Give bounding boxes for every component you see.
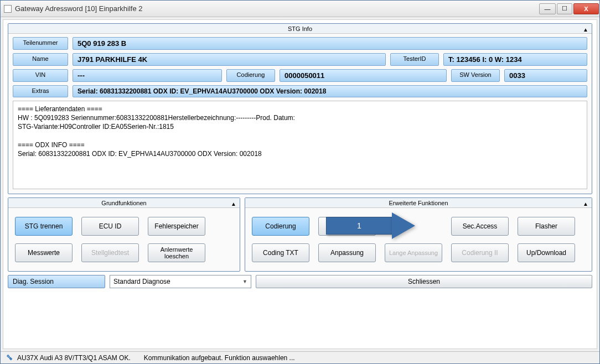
window-icon xyxy=(4,5,12,13)
schliessen-button[interactable]: Schliessen xyxy=(256,275,592,288)
grundfunktionen-header: Grundfunktionen ▲ xyxy=(8,198,240,208)
vin-label: VIN xyxy=(13,69,68,82)
teilenummer-label: Teilenummer xyxy=(13,37,68,50)
teilenummer-value: 5Q0 919 283 B xyxy=(73,37,587,50)
codierung-button[interactable]: Codierung xyxy=(252,217,309,236)
flasher-button[interactable]: Flasher xyxy=(518,217,575,236)
fehlerspeicher-button[interactable]: Fehlerspeicher xyxy=(148,217,205,236)
ecu-id-button[interactable]: ECU ID xyxy=(81,217,139,236)
diag-session-select[interactable]: Standard Diagnose ▼ xyxy=(110,275,251,288)
grundfunktionen-body: STG trennen ECU ID Fehlerspeicher Messwe… xyxy=(8,208,240,271)
status-vehicle-text: AU37X Audi A3 8V/TT3/Q1 ASAM OK. xyxy=(17,354,131,362)
diag-session-value: Standard Diagnose xyxy=(113,278,170,285)
window-title: Gateway Adressword [10] Einparkhilfe 2 xyxy=(15,4,539,13)
collapse-icon[interactable]: ▲ xyxy=(583,25,588,35)
window-controls: — ☐ X xyxy=(539,3,599,14)
vin-value: --- xyxy=(73,69,222,82)
extras-value: Serial: 60831332200881 ODX ID: EV_EPHVA1… xyxy=(73,85,587,97)
close-window-button[interactable]: X xyxy=(573,3,599,14)
messwerte-button[interactable]: Messwerte xyxy=(15,243,73,262)
codierung-value: 0000050011 xyxy=(280,69,447,82)
chevron-down-icon: ▼ xyxy=(242,279,247,284)
codierung-ii-button: Codierung II xyxy=(451,243,509,262)
diag-session-label: Diag. Session xyxy=(8,275,105,288)
status-vehicle: AU37X Audi A3 8V/TT3/Q1 ASAM OK. xyxy=(6,354,131,362)
grundfunktionen-header-label: Grundfunktionen xyxy=(101,200,146,206)
minimize-button[interactable]: — xyxy=(539,3,556,14)
sec-access-button[interactable]: Sec.Access xyxy=(451,217,509,236)
erweiterte-funktionen-panel: Erweiterte Funktionen ▲ Codierung Grund … xyxy=(245,197,592,272)
statusbar: AU37X Audi A3 8V/TT3/Q1 ASAM OK. Kommuni… xyxy=(1,351,599,363)
erweiterte-body: Codierung Grund Sec.Access Flasher Codin… xyxy=(245,208,592,271)
swversion-value: 0033 xyxy=(504,69,587,82)
titlebar: Gateway Adressword [10] Einparkhilfe 2 —… xyxy=(1,1,599,17)
extras-label: Extras xyxy=(13,85,68,97)
app-window: Gateway Adressword [10] Einparkhilfe 2 —… xyxy=(0,0,600,364)
coding-txt-button[interactable]: Coding TXT xyxy=(252,243,309,262)
stg-info-section: STG Info ▲ Teilenummer 5Q0 919 283 B Nam… xyxy=(8,23,592,194)
grund-button[interactable]: Grund xyxy=(318,217,376,236)
erweiterte-header-label: Erweiterte Funktionen xyxy=(389,200,448,206)
details-textbox[interactable]: ==== Lieferantendaten ==== HW : 5Q091928… xyxy=(13,101,587,189)
stg-info-header: STG Info ▲ xyxy=(8,24,592,34)
anlernwerte-loeschen-button[interactable]: Anlernwerte loeschen xyxy=(148,243,205,262)
function-panels: Grundfunktionen ▲ STG trennen ECU ID Feh… xyxy=(8,197,592,272)
grundfunktionen-panel: Grundfunktionen ▲ STG trennen ECU ID Feh… xyxy=(8,197,240,272)
testerid-value: T: 123456 I: 0 W: 1234 xyxy=(443,53,587,66)
status-message-text: Kommunikation aufgebaut. Funktion auswae… xyxy=(144,354,295,362)
testerid-label: TesterID xyxy=(390,53,439,66)
maximize-button[interactable]: ☐ xyxy=(557,3,572,14)
name-value: J791 PARKHILFE 4K xyxy=(73,53,386,66)
updownload-button[interactable]: Up/Download xyxy=(518,243,575,262)
bottom-bar: Diag. Session Standard Diagnose ▼ Schlie… xyxy=(8,275,592,288)
anpassung-button[interactable]: Anpassung xyxy=(318,243,376,262)
erweiterte-header: Erweiterte Funktionen ▲ xyxy=(245,198,592,208)
stg-info-header-label: STG Info xyxy=(288,25,312,32)
codierung-label: Codierung xyxy=(226,69,275,82)
status-message: Kommunikation aufgebaut. Funktion auswae… xyxy=(144,354,295,362)
plug-icon xyxy=(6,354,14,362)
name-label: Name xyxy=(13,53,68,66)
client-area: STG Info ▲ Teilenummer 5Q0 919 283 B Nam… xyxy=(3,19,597,349)
lange-anpassung-button: Lange Anpassung xyxy=(385,243,442,262)
stellgliedtest-button: Stellgliedtest xyxy=(81,243,139,262)
stg-trennen-button[interactable]: STG trennen xyxy=(15,217,73,236)
swversion-label: SW Version xyxy=(451,69,500,82)
stg-info-body: Teilenummer 5Q0 919 283 B Name J791 PARK… xyxy=(8,34,592,194)
